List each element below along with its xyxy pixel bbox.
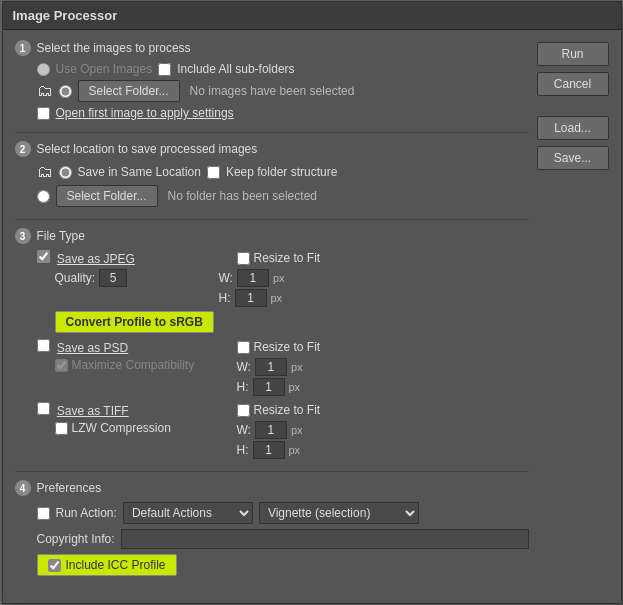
- resize-to-fit-psd-checkbox[interactable]: [237, 341, 250, 354]
- no-images-text: No images have been selected: [190, 84, 355, 98]
- include-subfolders-label: Include All sub-folders: [177, 62, 294, 76]
- run-action-checkbox[interactable]: [37, 507, 50, 520]
- maximize-compat-checkbox[interactable]: [55, 359, 68, 372]
- save-psd-label: Save as PSD: [57, 341, 128, 355]
- resize-to-fit-tiff-label: Resize to Fit: [254, 403, 321, 417]
- include-icc-row: Include ICC Profile: [15, 554, 529, 576]
- tiff-left: Save as TIFF: [37, 402, 237, 418]
- folder-icon: 🗂: [37, 82, 53, 100]
- px-label-2: px: [271, 292, 283, 304]
- image-processor-dialog: Image Processor 1 Select the images to p…: [2, 1, 622, 604]
- copyright-input[interactable]: [121, 529, 529, 549]
- save-psd-checkbox[interactable]: [37, 339, 50, 352]
- resize-to-fit-psd-label: Resize to Fit: [254, 340, 321, 354]
- section-num-4: 4: [15, 480, 31, 496]
- psd-resize-right: Resize to Fit: [237, 340, 321, 354]
- tiff-wh-group: W: px H: px: [237, 421, 303, 459]
- keep-folder-structure-label: Keep folder structure: [226, 165, 337, 179]
- copyright-info-label: Copyright Info:: [37, 532, 115, 546]
- section-num-3: 3: [15, 228, 31, 244]
- w-label-3: W:: [237, 423, 251, 437]
- convert-profile-btn[interactable]: Convert Profile to sRGB: [55, 311, 214, 333]
- w-input-2[interactable]: [255, 358, 287, 376]
- w-label-2: W:: [237, 360, 251, 374]
- h-label-3: H:: [237, 443, 249, 457]
- tiff-resize-right: Resize to Fit: [237, 403, 321, 417]
- section-3: 3 File Type Save as JPEG Resize to Fit: [15, 228, 529, 472]
- no-folder-text: No folder has been selected: [168, 189, 317, 203]
- jpeg-left: Save as JPEG: [37, 250, 237, 266]
- section1-title: Select the images to process: [37, 41, 191, 55]
- px-label-3: px: [291, 361, 303, 373]
- h-input-1[interactable]: [235, 289, 267, 307]
- run-action-label: Run Action:: [56, 506, 117, 520]
- resize-to-fit-jpeg-checkbox[interactable]: [237, 252, 250, 265]
- quality-input[interactable]: 5: [99, 269, 127, 287]
- save-btn[interactable]: Save...: [537, 146, 609, 170]
- save-tiff-label: Save as TIFF: [57, 404, 129, 418]
- section-num-1: 1: [15, 40, 31, 56]
- px-label-6: px: [289, 444, 301, 456]
- default-actions-select[interactable]: Default Actions: [123, 502, 253, 524]
- jpeg-resize-right: Resize to Fit: [237, 251, 321, 265]
- folder-icon-2: 🗂: [37, 163, 53, 181]
- keep-folder-structure-checkbox[interactable]: [207, 166, 220, 179]
- save-tiff-checkbox[interactable]: [37, 402, 50, 415]
- psd-left: Save as PSD: [37, 339, 237, 355]
- select-folder-radio-2[interactable]: [37, 190, 50, 203]
- h-input-2[interactable]: [253, 378, 285, 396]
- save-jpeg-label: Save as JPEG: [57, 252, 135, 266]
- run-action-row: Run Action: Default Actions Vignette (se…: [15, 502, 529, 524]
- section-num-2: 2: [15, 141, 31, 157]
- cancel-btn[interactable]: Cancel: [537, 72, 609, 96]
- tiff-row: Save as TIFF Resize to Fit: [37, 402, 529, 418]
- w-input-3[interactable]: [255, 421, 287, 439]
- include-icc-checkbox: [48, 559, 61, 572]
- section2-title: Select location to save processed images: [37, 142, 258, 156]
- section-1: 1 Select the images to process Use Open …: [15, 40, 529, 133]
- quality-label: Quality:: [55, 271, 96, 285]
- save-jpeg-checkbox[interactable]: [37, 250, 50, 263]
- psd-wh-group: W: px H: px: [237, 358, 303, 396]
- file-type-grid: Save as JPEG Resize to Fit Quality: 5: [15, 250, 529, 459]
- open-first-image-checkbox[interactable]: [37, 107, 50, 120]
- include-icc-label: Include ICC Profile: [66, 558, 166, 572]
- w-input-1[interactable]: [237, 269, 269, 287]
- resize-to-fit-jpeg-label: Resize to Fit: [254, 251, 321, 265]
- select-folder-radio[interactable]: [59, 85, 72, 98]
- main-panel: 1 Select the images to process Use Open …: [15, 40, 529, 593]
- h-input-3[interactable]: [253, 441, 285, 459]
- use-open-images-radio[interactable]: [37, 63, 50, 76]
- side-buttons: Run Cancel Load... Save...: [537, 40, 609, 593]
- h-label-1: H:: [219, 291, 231, 305]
- h-label-2: H:: [237, 380, 249, 394]
- title-bar: Image Processor: [3, 2, 621, 30]
- section4-title: Preferences: [37, 481, 102, 495]
- include-subfolders-checkbox[interactable]: [158, 63, 171, 76]
- select-folder-btn-1[interactable]: Select Folder...: [78, 80, 180, 102]
- section3-title: File Type: [37, 229, 85, 243]
- resize-to-fit-tiff-checkbox[interactable]: [237, 404, 250, 417]
- dialog-title: Image Processor: [13, 8, 118, 23]
- maximize-compat-label: Maximize Compatibility: [72, 358, 195, 372]
- jpeg-wh-group: W: px H: px: [219, 269, 285, 307]
- save-same-location-label: Save in Same Location: [78, 165, 201, 179]
- save-same-location-radio[interactable]: [59, 166, 72, 179]
- px-label-4: px: [289, 381, 301, 393]
- lzw-compression-checkbox[interactable]: [55, 422, 68, 435]
- section-2: 2 Select location to save processed imag…: [15, 141, 529, 220]
- copyright-row: Copyright Info:: [15, 529, 529, 549]
- w-label-1: W:: [219, 271, 233, 285]
- px-label-1: px: [273, 272, 285, 284]
- section-4: 4 Preferences Run Action: Default Action…: [15, 480, 529, 585]
- open-first-image-label: Open first image to apply settings: [56, 106, 234, 120]
- vignette-select[interactable]: Vignette (selection): [259, 502, 419, 524]
- run-btn[interactable]: Run: [537, 42, 609, 66]
- jpeg-row: Save as JPEG Resize to Fit: [37, 250, 529, 266]
- load-btn[interactable]: Load...: [537, 116, 609, 140]
- use-open-images-label: Use Open Images: [56, 62, 153, 76]
- select-folder-btn-2[interactable]: Select Folder...: [56, 185, 158, 207]
- px-label-5: px: [291, 424, 303, 436]
- include-icc-btn[interactable]: Include ICC Profile: [37, 554, 177, 576]
- psd-row: Save as PSD Resize to Fit: [37, 339, 529, 355]
